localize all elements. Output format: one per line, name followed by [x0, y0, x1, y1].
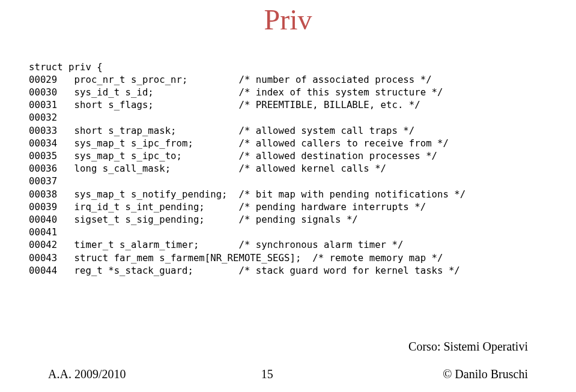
slide-title: Priv	[0, 3, 576, 36]
footer-author: © Danilo Bruschi	[443, 367, 528, 381]
footer-left: A.A. 2009/2010	[48, 367, 126, 381]
code-listing: struct priv { 00029 proc_nr_t s_proc_nr;…	[29, 61, 552, 277]
slide-page: Priv struct priv { 00029 proc_nr_t s_pro…	[0, 0, 576, 392]
slide-footer: A.A. 2009/2010 15 Corso: Sistemi Operati…	[48, 326, 528, 381]
footer-page-number: 15	[126, 367, 408, 381]
footer-right: Corso: Sistemi Operativi © Danilo Brusch…	[408, 326, 528, 381]
footer-course: Corso: Sistemi Operativi	[408, 340, 528, 353]
